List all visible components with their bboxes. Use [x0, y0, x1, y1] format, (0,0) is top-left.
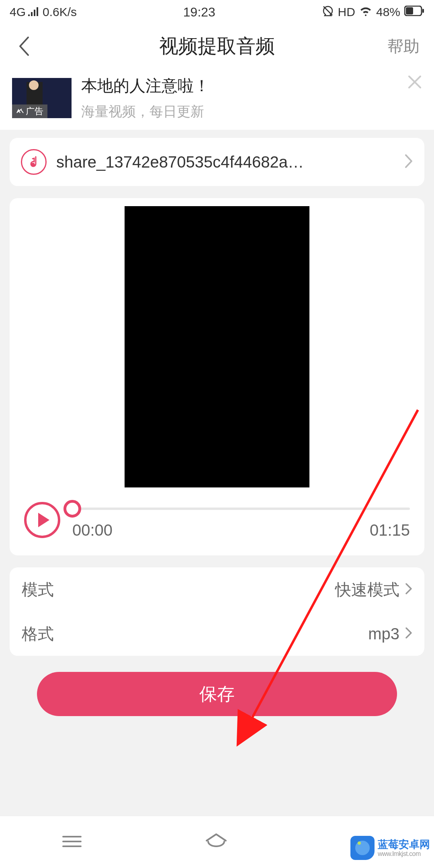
player-card: 00:00 01:15: [10, 198, 424, 555]
svg-rect-3: [422, 9, 424, 13]
mute-icon: [322, 5, 334, 20]
svg-point-4: [31, 163, 35, 167]
mode-label: 模式: [22, 579, 54, 601]
ad-close-button[interactable]: [407, 74, 423, 93]
timeline: 00:00 01:15: [72, 500, 410, 539]
mode-value: 快速模式: [335, 579, 399, 601]
current-time: 00:00: [72, 521, 113, 539]
play-icon: [38, 513, 49, 527]
duration: 01:15: [370, 521, 410, 539]
play-button[interactable]: [24, 502, 60, 538]
video-preview[interactable]: [125, 206, 309, 487]
nav-menu-button[interactable]: [61, 833, 83, 851]
ad-banner[interactable]: 广告 本地的人注意啦！ 海量视频，每日更新: [0, 68, 434, 130]
battery-icon: [404, 5, 424, 19]
status-bar: 4G 0.6K/s 19:23 HD 48%: [0, 0, 434, 24]
ad-title: 本地的人注意啦！: [81, 75, 210, 97]
nav-home-button[interactable]: [204, 833, 228, 852]
app-header: 视频提取音频 帮助: [0, 24, 434, 68]
chevron-right-icon: [404, 154, 413, 170]
wifi-icon: [359, 5, 372, 19]
mode-row[interactable]: 模式 快速模式: [10, 567, 424, 612]
watermark-logo-icon: [350, 836, 375, 860]
page-title: 视频提取音频: [159, 33, 275, 59]
ad-thumbnail: 广告: [12, 78, 72, 118]
network-type: 4G: [10, 5, 26, 19]
chevron-right-icon: [405, 583, 412, 596]
back-button[interactable]: [12, 34, 36, 58]
chevron-right-icon: [405, 627, 412, 641]
help-button[interactable]: 帮助: [387, 35, 420, 57]
options-card: 模式 快速模式 格式 mp3: [10, 567, 424, 656]
signal-icon: [28, 5, 40, 19]
format-row[interactable]: 格式 mp3: [10, 612, 424, 656]
file-row[interactable]: share_13742e870535c4f44682a…: [10, 138, 424, 186]
watermark: 蓝莓安卓网 www.lmkjst.com: [350, 836, 430, 860]
format-value: mp3: [368, 625, 399, 643]
seek-handle[interactable]: [63, 500, 81, 518]
watermark-title: 蓝莓安卓网: [378, 839, 430, 850]
save-button[interactable]: 保存: [37, 672, 397, 716]
battery-percent: 48%: [376, 5, 400, 19]
save-button-label: 保存: [199, 682, 235, 706]
svg-rect-2: [406, 7, 413, 14]
ad-tag: 广告: [12, 104, 47, 118]
ad-subtitle: 海量视频，每日更新: [81, 102, 210, 121]
clock: 19:23: [183, 5, 215, 20]
file-name: share_13742e870535c4f44682a…: [56, 153, 400, 171]
music-icon: [21, 149, 47, 175]
network-speed: 0.6K/s: [43, 5, 77, 19]
hd-indicator: HD: [338, 5, 355, 19]
format-label: 格式: [22, 623, 54, 645]
watermark-url: www.lmkjst.com: [378, 850, 430, 858]
seek-slider[interactable]: [72, 508, 410, 510]
